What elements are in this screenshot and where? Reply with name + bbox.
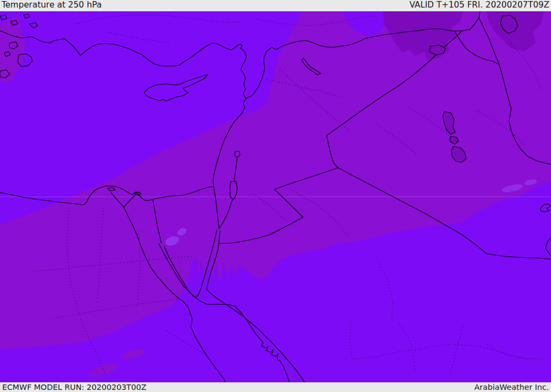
header-bar: Temperature at 250 hPa VALID T+105 FRI. … — [0, 0, 551, 11]
provider-credit: ArabiaWeather Inc. — [474, 383, 549, 391]
map-canvas — [0, 11, 551, 382]
model-run-label: ECMWF MODEL RUN: 20200203T00Z — [2, 383, 146, 391]
weather-map-screenshot: Temperature at 250 hPa VALID T+105 FRI. … — [0, 0, 551, 392]
valid-time-label: VALID T+105 FRI. 20200207T09Z — [409, 1, 549, 10]
page-title: Temperature at 250 hPa — [2, 1, 102, 10]
footer-bar: ECMWF MODEL RUN: 20200203T00Z ArabiaWeat… — [0, 382, 551, 392]
